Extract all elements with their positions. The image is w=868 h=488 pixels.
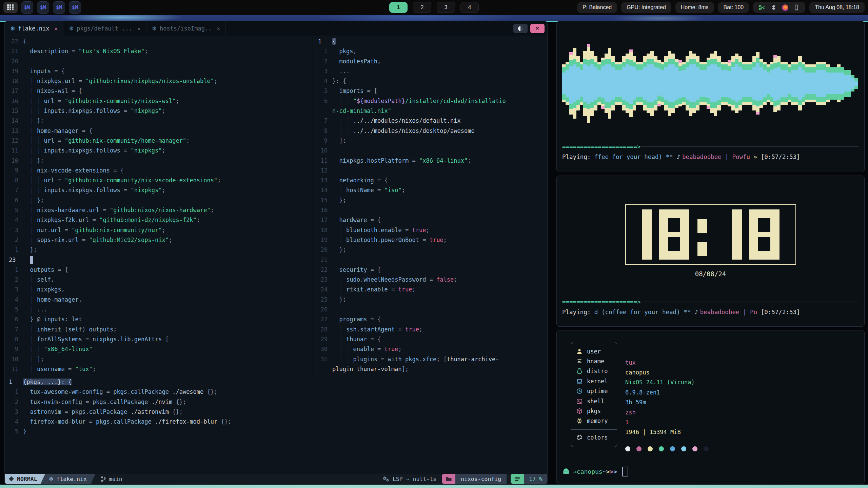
- line-number: 7: [6, 185, 23, 195]
- mode-indicator: NORMAL: [5, 474, 45, 484]
- code-pane-packages[interactable]: 1{pkgs, ...}: {1 tux-awesome-wm-config =…: [6, 377, 547, 440]
- tray-item[interactable]: $W: [21, 1, 33, 14]
- workspace-tags: 1234: [389, 2, 479, 13]
- color-dot-4: [670, 446, 675, 451]
- fetch-label-box: userhnamedistrokerneluptimeshellpkgsmemo…: [571, 342, 617, 447]
- visualizer-bar: [788, 64, 791, 102]
- visualizer-bar: [763, 62, 766, 105]
- code-line: 9 │ │ "x86_64-linux": [6, 344, 312, 354]
- topbar-left-group: $W$W$W$W: [3, 1, 81, 14]
- visualizer-bar: [640, 62, 643, 105]
- tray-item[interactable]: $W: [69, 1, 81, 14]
- code-line: 8 │ │ ../../modules/nixos/desktop/awesom…: [315, 126, 547, 136]
- tray-item[interactable]: $W: [53, 1, 65, 14]
- line-number: 8: [315, 126, 332, 136]
- status-pill-2: Home: 8ms: [675, 2, 714, 13]
- tab-pkgs-default-[interactable]: ❄pkgs/default ...×: [63, 21, 146, 36]
- buffer-toggle-button[interactable]: [513, 24, 528, 33]
- fetch-label-user: user: [571, 346, 617, 356]
- code-line: 19 inputs = {: [6, 66, 312, 76]
- shell-prompt[interactable]: → canopus ~ >>>: [562, 467, 628, 476]
- code-line: 5 │ ...: [6, 305, 312, 314]
- code-line: 8 │ │ url = "github:nix-community/nix-vs…: [6, 176, 312, 185]
- launcher-button[interactable]: [3, 2, 18, 13]
- code-line: 29 │ thunar = {: [315, 334, 547, 344]
- tag-4[interactable]: 4: [460, 2, 479, 13]
- status-pill-1: GPU: Integrated: [621, 2, 671, 13]
- visualizer-bar: [587, 44, 590, 123]
- progress-track: [642, 302, 859, 302]
- code-line: 7 │ │ ../../modules/nixos/default.nix: [315, 116, 547, 126]
- code-line: 6 } @ inputs: let: [6, 314, 312, 324]
- buffer-tabs: ❄flake.nix×❄pkgs/default ...×❄hosts/isoI…: [5, 21, 226, 36]
- tag-3[interactable]: 3: [437, 2, 455, 13]
- fetch-value-kernel: 6.9.8-zen1: [625, 387, 709, 397]
- code-line: 13 networking = {: [315, 176, 547, 185]
- visualizer-bar: [696, 56, 699, 110]
- visualizer-bar: [664, 56, 668, 110]
- mode-label: NORMAL: [17, 476, 37, 482]
- line-number: 30: [315, 344, 332, 354]
- tray-item[interactable]: $W: [37, 1, 49, 14]
- code-line: 27 programs = {: [315, 314, 547, 324]
- visualizer-bar: [580, 62, 583, 105]
- buffer-close-button[interactable]: ×: [530, 24, 545, 33]
- code-line: 15 │ │ inputs.nixpkgs.follows = "nixpkgs…: [6, 106, 312, 116]
- visualizer-bar: [675, 59, 678, 108]
- code-line: 7 │ │ inputs.nixpkgs.follows = "nixpkgs"…: [6, 185, 312, 195]
- copyq-scissors-icon[interactable]: [758, 4, 766, 11]
- visualizer-bar: [721, 62, 724, 105]
- tag-1[interactable]: 1: [389, 2, 408, 13]
- firefox-nightly-icon[interactable]: [782, 4, 788, 11]
- visualizer-bar: [657, 60, 661, 106]
- bluetooth-icon[interactable]: [770, 4, 777, 11]
- visualizer-bar: [830, 67, 833, 100]
- chip-icon: [576, 418, 583, 424]
- line-number: 4: [6, 417, 23, 427]
- track-progress-top: =====================>: [562, 143, 859, 150]
- line-number: 2: [315, 57, 332, 66]
- code-line: 1 pkgs,: [315, 46, 547, 56]
- line-number: 13: [315, 176, 332, 185]
- penguin-icon: [576, 368, 583, 374]
- terminal-icon: [576, 398, 583, 405]
- tray: $W$W$W$W: [21, 1, 81, 14]
- visualizer-bar: [735, 54, 738, 113]
- code-line: 24 │ rtkit.enable = true;: [315, 285, 547, 294]
- clock-pill[interactable]: Thu Aug 08, 18:18: [809, 2, 865, 13]
- tag-2[interactable]: 2: [413, 2, 431, 13]
- line-number: 26: [315, 305, 332, 314]
- visualizer-bar: [678, 60, 682, 106]
- tab-flake-nix[interactable]: ❄flake.nix×: [5, 21, 63, 36]
- code-line: 3 │ nixpkgs,: [6, 285, 312, 294]
- visualizer-bar: [816, 62, 819, 105]
- color-dot-0: [625, 446, 630, 451]
- fetch-label-shell: shell: [571, 396, 617, 406]
- terminal-cursor[interactable]: [622, 467, 628, 476]
- line-number: 2: [6, 275, 23, 285]
- line-number: 8: [6, 176, 23, 185]
- tab-hosts-isoImag-[interactable]: ❄hosts/isoImag..×: [146, 21, 226, 36]
- visualizer-bar: [777, 56, 781, 110]
- visualizer-bar: [611, 56, 615, 110]
- phone-icon[interactable]: [793, 4, 800, 11]
- visualizer-bar: [566, 62, 569, 105]
- code-pane-iso[interactable]: 1{1 pkgs,2 modulesPath,3 ...4}: {5 impor…: [315, 37, 547, 375]
- editor-window: ❄flake.nix×❄pkgs/default ...×❄hosts/isoI…: [4, 21, 548, 484]
- visualizer-bar: [724, 62, 728, 105]
- line-number: 3: [6, 407, 23, 417]
- statusline-left: NORMAL ❄flake.nix main: [5, 474, 122, 484]
- code-line: 26: [315, 305, 547, 314]
- visualizer-bar: [615, 62, 618, 105]
- line-number: 1: [6, 377, 23, 387]
- line-number: 10: [6, 156, 23, 166]
- window-split[interactable]: [313, 36, 313, 376]
- line-number: 23: [315, 275, 332, 285]
- code-line: 1 tux-awesome-wm-config = pkgs.callPacka…: [6, 387, 547, 397]
- code-line: 14 │ hostName = "iso";: [315, 185, 547, 195]
- bufferline-buttons: ×: [513, 21, 547, 36]
- code-pane-flake[interactable]: 22{21 description = "tux's NixOS Flake";…: [6, 37, 312, 375]
- line-number: 21: [6, 46, 23, 56]
- fetch-label-uptime: uptime: [571, 386, 617, 396]
- visualizer-bar: [795, 62, 798, 105]
